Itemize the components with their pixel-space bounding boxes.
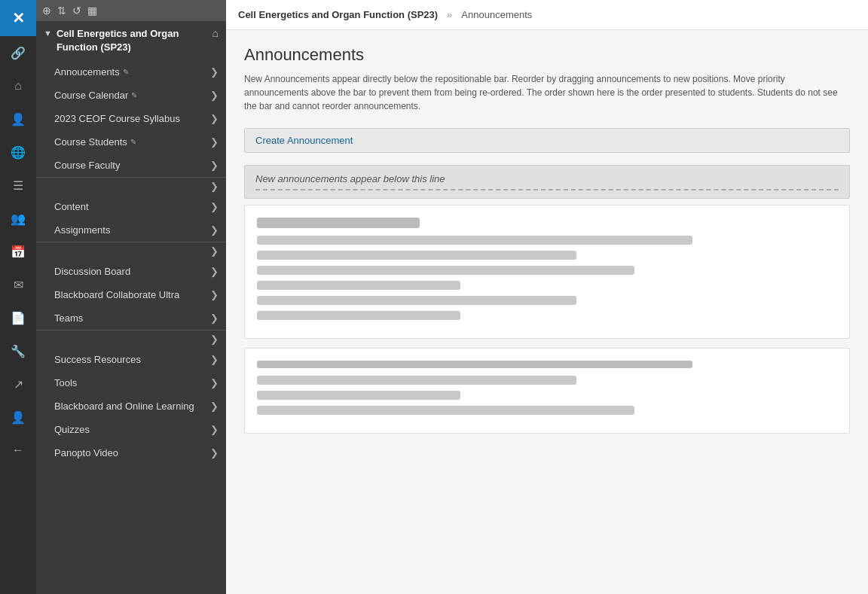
globe-icon[interactable]: 🌐 (0, 136, 36, 169)
sidebar-toolbar: ⊕ ⇅ ↺ ▦ (36, 0, 226, 21)
page-title: Announcements (244, 45, 850, 65)
sidebar-item-label: 2023 CEOF Course Syllabus (54, 113, 180, 124)
announcement-title-blurred (257, 218, 420, 228)
chevron-icon: ❯ (210, 113, 219, 124)
export-icon[interactable]: ↗ (0, 367, 36, 401)
announcements-divider-text: New announcements appear below this line (255, 173, 839, 184)
announcement-card-2[interactable] (244, 348, 850, 434)
chevron-icon: ❯ (210, 224, 219, 236)
chevron-icon: ❯ (210, 424, 219, 435)
sidebar-item-quizzes[interactable]: Quizzes ❯ (36, 418, 226, 441)
close-panel-button[interactable]: ✕ (0, 0, 36, 36)
list-icon[interactable]: ☰ (0, 169, 36, 202)
chevron-icon: ❯ (210, 90, 219, 101)
person-icon[interactable]: 👤 (0, 102, 36, 136)
document-icon[interactable]: 📄 (0, 301, 36, 334)
chevron-icon: ❯ (210, 66, 219, 78)
sidebar-item-label: Content (54, 201, 89, 212)
edit-icon: ✎ (131, 91, 137, 99)
sidebar-divider-1: ❯ (36, 177, 226, 195)
breadcrumb-separator: » (447, 9, 452, 20)
create-announcement-link[interactable]: Create Announcement (255, 135, 353, 146)
content-area: Announcements New Announcements appear d… (226, 30, 868, 594)
announcement-body-line-5 (257, 296, 576, 305)
create-announcement-bar: Create Announcement (244, 128, 850, 153)
tools-icon[interactable]: 🔧 (0, 334, 36, 367)
calendar-icon[interactable]: 📅 (0, 235, 36, 268)
chevron-icon: ❯ (210, 377, 219, 388)
sidebar-item-tools[interactable]: Tools ❯ (36, 371, 226, 394)
divider-chevron-icon[interactable]: ❯ (210, 334, 219, 345)
back-icon[interactable]: ← (0, 434, 36, 467)
page-description: New Announcements appear directly below … (244, 72, 850, 113)
user-icon[interactable]: 👤 (0, 401, 36, 434)
course-title[interactable]: Cell Energetics and Organ Function (SP23… (57, 27, 208, 54)
sidebar-reorder-icon[interactable]: ⇅ (57, 5, 66, 17)
divider-chevron-icon[interactable]: ❯ (210, 181, 219, 192)
announcement-body-line-6 (257, 311, 460, 320)
announcement-body-line-4 (257, 281, 460, 290)
sidebar-item-content[interactable]: Content ❯ (36, 195, 226, 218)
sidebar-item-teams[interactable]: Teams ❯ (36, 306, 226, 330)
sidebar-item-collaborate[interactable]: Blackboard Collaborate Ultra ❯ (36, 283, 226, 306)
announcement-2-title (257, 361, 692, 368)
sidebar-item-discussion-board[interactable]: Discussion Board ❯ (36, 260, 226, 283)
divider-line (255, 189, 839, 190)
edit-icon: ✎ (123, 68, 129, 76)
sidebar-item-label: Panopto Video (54, 447, 118, 458)
sidebar: ⊕ ⇅ ↺ ▦ ▼ Cell Energetics and Organ Func… (36, 0, 226, 594)
sidebar-item-label: Course Calendar (54, 90, 128, 101)
sidebar-item-label: Teams (54, 312, 83, 324)
main-area: Cell Energetics and Organ Function (SP23… (226, 0, 868, 594)
sidebar-item-course-students[interactable]: Course Students ✎ ❯ (36, 130, 226, 154)
collapse-arrow-icon[interactable]: ▼ (44, 29, 52, 38)
sidebar-item-label: Success Resources (54, 354, 141, 365)
sidebar-item-assignments[interactable]: Assignments ❯ (36, 218, 226, 242)
sidebar-item-announcements[interactable]: Annoucements ✎ ❯ (36, 60, 226, 84)
sidebar-item-blackboard-online[interactable]: Blackboard and Online Learning ❯ (36, 394, 226, 418)
course-title-section: ▼ Cell Energetics and Organ Function (SP… (36, 21, 226, 60)
sidebar-divider-3: ❯ (36, 330, 226, 348)
link-icon[interactable]: 🔗 (0, 36, 36, 69)
close-icon: ✕ (12, 9, 25, 27)
chevron-icon: ❯ (210, 354, 219, 365)
top-bar: Cell Energetics and Organ Function (SP23… (226, 0, 868, 30)
sidebar-add-icon[interactable]: ⊕ (42, 5, 51, 17)
sidebar-item-panopto[interactable]: Panopto Video ❯ (36, 441, 226, 465)
announcement-card-1[interactable] (244, 205, 850, 339)
announcement-body-line-1 (257, 236, 692, 245)
sidebar-refresh-icon[interactable]: ↺ (72, 5, 81, 17)
chevron-icon: ❯ (210, 312, 219, 324)
sidebar-calendar-icon[interactable]: ▦ (87, 5, 97, 17)
sidebar-item-label: Discussion Board (54, 266, 130, 277)
sidebar-item-label: Annoucements (54, 66, 120, 78)
mail-icon[interactable]: ✉ (0, 268, 36, 301)
edit-icon: ✎ (130, 138, 136, 146)
chevron-icon: ❯ (210, 401, 219, 412)
sidebar-item-label: Quizzes (54, 424, 90, 435)
sidebar-item-label: Tools (54, 377, 77, 388)
sidebar-item-syllabus[interactable]: 2023 CEOF Course Syllabus ❯ (36, 107, 226, 130)
icon-rail: ✕ 🔗 ⌂ 👤 🌐 ☰ 👥 📅 ✉ 📄 🔧 ↗ 👤 ← (0, 0, 36, 594)
sidebar-item-success-resources[interactable]: Success Resources ❯ (36, 348, 226, 371)
announcements-divider-bar: New announcements appear below this line (244, 165, 850, 199)
sidebar-item-course-calendar[interactable]: Course Calendar ✎ ❯ (36, 84, 226, 107)
announcement-2-line-2 (257, 391, 460, 400)
sidebar-item-label: Course Faculty (54, 160, 120, 171)
sidebar-divider-2: ❯ (36, 242, 226, 260)
announcement-2-line-1 (257, 376, 576, 385)
course-home-icon[interactable]: ⌂ (212, 27, 219, 39)
sidebar-item-label: Course Students (54, 136, 127, 148)
breadcrumb-course[interactable]: Cell Energetics and Organ Function (SP23… (238, 9, 438, 20)
chevron-icon: ❯ (210, 160, 219, 171)
chevron-icon: ❯ (210, 136, 219, 148)
home-icon[interactable]: ⌂ (0, 69, 36, 102)
people-icon[interactable]: 👥 (0, 202, 36, 235)
chevron-icon: ❯ (210, 447, 219, 458)
sidebar-item-label: Blackboard Collaborate Ultra (54, 289, 179, 300)
sidebar-item-course-faculty[interactable]: Course Faculty ❯ (36, 154, 226, 177)
sidebar-item-label: Assignments (54, 224, 110, 236)
divider-chevron-icon[interactable]: ❯ (210, 245, 219, 257)
chevron-icon: ❯ (210, 289, 219, 300)
breadcrumb-page: Announcements (461, 9, 532, 20)
